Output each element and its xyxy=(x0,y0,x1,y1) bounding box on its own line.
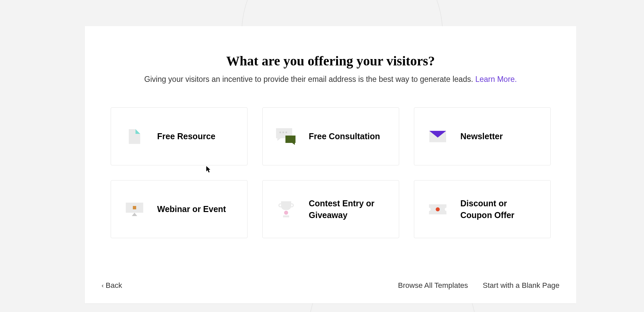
option-label: Free Resource xyxy=(157,131,216,142)
envelope-icon xyxy=(428,126,448,147)
page-title: What are you offering your visitors? xyxy=(226,53,435,69)
presentation-icon xyxy=(124,199,145,219)
option-label: Free Consultation xyxy=(309,131,380,142)
start-blank-page-link[interactable]: Start with a Blank Page xyxy=(483,281,559,290)
option-label: Newsletter xyxy=(461,131,503,142)
page-subtitle: Giving your visitors an incentive to pro… xyxy=(144,75,517,84)
option-label: Contest Entry or Giveaway xyxy=(309,198,385,221)
trophy-icon xyxy=(276,199,296,219)
option-free-resource[interactable]: Free Resource xyxy=(111,107,248,165)
footer-actions: Browse All Templates Start with a Blank … xyxy=(398,281,559,290)
onboarding-modal: What are you offering your visitors? Giv… xyxy=(85,26,576,303)
browse-all-templates-link[interactable]: Browse All Templates xyxy=(398,281,468,290)
option-webinar-event[interactable]: Webinar or Event xyxy=(111,180,248,238)
option-discount-coupon[interactable]: Discount or Coupon Offer xyxy=(414,180,551,238)
modal-footer: ‹ Back Browse All Templates Start with a… xyxy=(85,271,576,303)
back-label: Back xyxy=(106,281,122,290)
options-grid: Free Resource Free Consultation xyxy=(111,107,551,238)
ticket-icon xyxy=(428,199,448,219)
option-label: Discount or Coupon Offer xyxy=(461,198,537,221)
chat-icon xyxy=(276,126,296,147)
back-button[interactable]: ‹ Back xyxy=(102,281,122,290)
subheading-text: Giving your visitors an incentive to pro… xyxy=(144,75,475,84)
modal-content: What are you offering your visitors? Giv… xyxy=(85,26,576,271)
learn-more-link[interactable]: Learn More. xyxy=(475,75,517,84)
document-icon xyxy=(124,126,145,147)
option-newsletter[interactable]: Newsletter xyxy=(414,107,551,165)
option-contest-giveaway[interactable]: Contest Entry or Giveaway xyxy=(262,180,399,238)
option-label: Webinar or Event xyxy=(157,203,226,215)
option-free-consultation[interactable]: Free Consultation xyxy=(262,107,399,165)
chevron-left-icon: ‹ xyxy=(102,282,104,289)
